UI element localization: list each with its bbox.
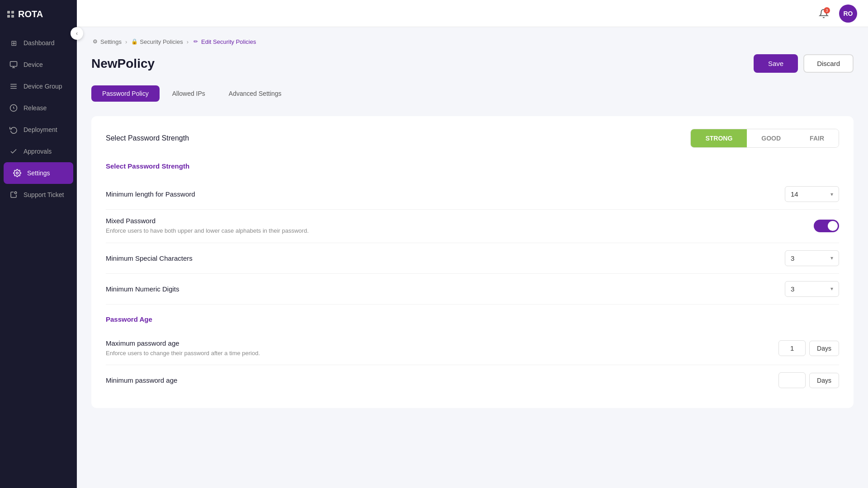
sidebar-item-deployment[interactable]: Deployment bbox=[0, 119, 77, 141]
release-icon bbox=[9, 103, 18, 113]
support-ticket-icon bbox=[9, 190, 18, 199]
section-subtitle-strength: Select Password Strength bbox=[106, 162, 839, 170]
sidebar-item-label: Support Ticket bbox=[24, 191, 64, 198]
form-row-min-numeric-digits: Minimum Numeric Digits 3 ▾ bbox=[106, 274, 839, 305]
deployment-icon bbox=[9, 125, 18, 134]
edit-breadcrumb-icon: ✏ bbox=[192, 38, 199, 45]
sidebar-item-label: Dashboard bbox=[24, 39, 55, 47]
notification-bell[interactable]: 3 bbox=[816, 5, 832, 22]
sidebar-item-approvals[interactable]: Approvals bbox=[0, 141, 77, 162]
breadcrumb-security-label: Security Policies bbox=[140, 38, 183, 45]
sidebar-item-device[interactable]: Device bbox=[0, 54, 77, 75]
header-actions: Save Discard bbox=[754, 54, 854, 73]
sidebar-item-settings[interactable]: Settings bbox=[4, 162, 73, 184]
dropdown-arrow-icon: ▾ bbox=[830, 191, 833, 197]
breadcrumb-edit-label: Edit Security Policies bbox=[201, 38, 256, 45]
max-password-age-input[interactable] bbox=[778, 340, 806, 356]
min-special-chars-value: 3 bbox=[791, 254, 794, 262]
app-name: ROTA bbox=[18, 9, 43, 19]
device-group-icon bbox=[9, 82, 18, 91]
device-icon bbox=[9, 60, 18, 69]
strength-options-group: STRONG GOOD FAIR bbox=[690, 129, 839, 148]
sidebar-nav: ⊞ Dashboard Device Device Group Release bbox=[0, 28, 77, 488]
breadcrumb: ⚙ Settings › 🔒 Security Policies › ✏ Edi… bbox=[91, 38, 854, 45]
min-numeric-digits-value: 3 bbox=[791, 285, 794, 293]
sidebar-item-label: Device bbox=[24, 61, 43, 68]
svg-rect-0 bbox=[10, 61, 17, 66]
svg-point-5 bbox=[14, 192, 17, 194]
form-row-mixed-password: Mixed Password Enforce users to have bot… bbox=[106, 210, 839, 243]
form-row-min-special-chars: Minimum Special Characters 3 ▾ bbox=[106, 243, 839, 274]
breadcrumb-security-policies[interactable]: 🔒 Security Policies bbox=[131, 38, 183, 45]
min-password-age-unit: Days bbox=[809, 373, 839, 388]
password-policy-section: Select Password Strength STRONG GOOD FAI… bbox=[91, 116, 854, 408]
min-password-age-input-group: Days bbox=[778, 372, 839, 388]
sidebar-item-label: Settings bbox=[27, 169, 50, 177]
max-password-age-desc: Enforce users to change their password a… bbox=[106, 349, 377, 358]
sidebar: ROTA ‹ ⊞ Dashboard Device Device Group R… bbox=[0, 0, 77, 488]
discard-button[interactable]: Discard bbox=[803, 54, 854, 73]
page-header: NewPolicy Save Discard bbox=[91, 54, 854, 73]
notification-badge: 3 bbox=[824, 7, 830, 14]
breadcrumb-edit-security: ✏ Edit Security Policies bbox=[192, 38, 256, 45]
tab-password-policy[interactable]: Password Policy bbox=[91, 85, 160, 102]
strength-opt-strong[interactable]: STRONG bbox=[691, 129, 747, 147]
dropdown-arrow-icon-2: ▾ bbox=[830, 255, 833, 261]
avatar-initials: RO bbox=[844, 10, 853, 17]
strength-selector-row: Select Password Strength STRONG GOOD FAI… bbox=[106, 129, 839, 148]
breadcrumb-separator-2: › bbox=[187, 38, 189, 45]
topbar: 3 RO bbox=[77, 0, 868, 27]
sidebar-item-dashboard[interactable]: ⊞ Dashboard bbox=[0, 32, 77, 54]
min-length-label: Minimum length for Password bbox=[106, 190, 785, 198]
svg-point-4 bbox=[16, 172, 19, 174]
min-special-chars-label: Minimum Special Characters bbox=[106, 254, 785, 262]
user-avatar[interactable]: RO bbox=[839, 5, 857, 23]
min-numeric-digits-label: Minimum Numeric Digits bbox=[106, 285, 785, 293]
min-length-dropdown[interactable]: 14 ▾ bbox=[785, 186, 839, 202]
strength-selector-label: Select Password Strength bbox=[106, 134, 189, 142]
settings-icon bbox=[13, 169, 22, 178]
mixed-password-toggle[interactable] bbox=[814, 220, 839, 232]
sidebar-item-label: Deployment bbox=[24, 126, 57, 133]
breadcrumb-settings-label: Settings bbox=[100, 38, 122, 45]
breadcrumb-separator-1: › bbox=[125, 38, 127, 45]
mixed-password-label: Mixed Password bbox=[106, 217, 814, 225]
max-password-age-input-group: Days bbox=[778, 340, 839, 356]
dashboard-icon: ⊞ bbox=[9, 38, 18, 47]
section-subtitle-password-age: Password Age bbox=[106, 315, 839, 323]
sidebar-item-device-group[interactable]: Device Group bbox=[0, 75, 77, 97]
tab-advanced-settings[interactable]: Advanced Settings bbox=[218, 85, 292, 102]
sidebar-item-support-ticket[interactable]: Support Ticket bbox=[0, 184, 77, 206]
tab-allowed-ips[interactable]: Allowed IPs bbox=[161, 85, 216, 102]
approvals-icon bbox=[9, 147, 18, 156]
mixed-password-desc: Enforce users to have both upper and low… bbox=[106, 226, 377, 235]
min-special-chars-dropdown[interactable]: 3 ▾ bbox=[785, 250, 839, 266]
strength-opt-fair[interactable]: FAIR bbox=[795, 129, 839, 147]
logo-dots bbox=[7, 11, 14, 18]
policy-tabs: Password Policy Allowed IPs Advanced Set… bbox=[91, 85, 854, 102]
content-area: ⚙ Settings › 🔒 Security Policies › ✏ Edi… bbox=[77, 27, 868, 488]
main-area: 3 RO ⚙ Settings › 🔒 Security Policies › … bbox=[77, 0, 868, 488]
security-breadcrumb-icon: 🔒 bbox=[131, 38, 138, 45]
sidebar-logo: ROTA bbox=[0, 0, 77, 28]
settings-breadcrumb-icon: ⚙ bbox=[91, 38, 99, 45]
sidebar-item-label: Approvals bbox=[24, 148, 52, 155]
strength-opt-good[interactable]: GOOD bbox=[747, 129, 795, 147]
min-numeric-digits-dropdown[interactable]: 3 ▾ bbox=[785, 281, 839, 297]
sidebar-collapse-button[interactable]: ‹ bbox=[71, 27, 83, 40]
sidebar-item-release[interactable]: Release bbox=[0, 97, 77, 119]
min-length-value: 14 bbox=[791, 190, 798, 198]
dropdown-arrow-icon-3: ▾ bbox=[830, 286, 833, 292]
min-password-age-label: Minimum password age bbox=[106, 376, 778, 384]
sidebar-item-label: Device Group bbox=[24, 83, 62, 90]
sidebar-item-label: Release bbox=[24, 104, 47, 112]
toggle-knob bbox=[828, 221, 838, 231]
form-row-min-password-age: Minimum password age Days bbox=[106, 365, 839, 395]
breadcrumb-settings[interactable]: ⚙ Settings bbox=[91, 38, 122, 45]
page-title: NewPolicy bbox=[91, 56, 155, 71]
form-row-min-length: Minimum length for Password 14 ▾ bbox=[106, 179, 839, 210]
min-password-age-input[interactable] bbox=[778, 372, 806, 388]
max-password-age-unit: Days bbox=[809, 341, 839, 356]
form-row-max-password-age: Maximum password age Enforce users to ch… bbox=[106, 332, 839, 366]
save-button[interactable]: Save bbox=[754, 54, 798, 73]
